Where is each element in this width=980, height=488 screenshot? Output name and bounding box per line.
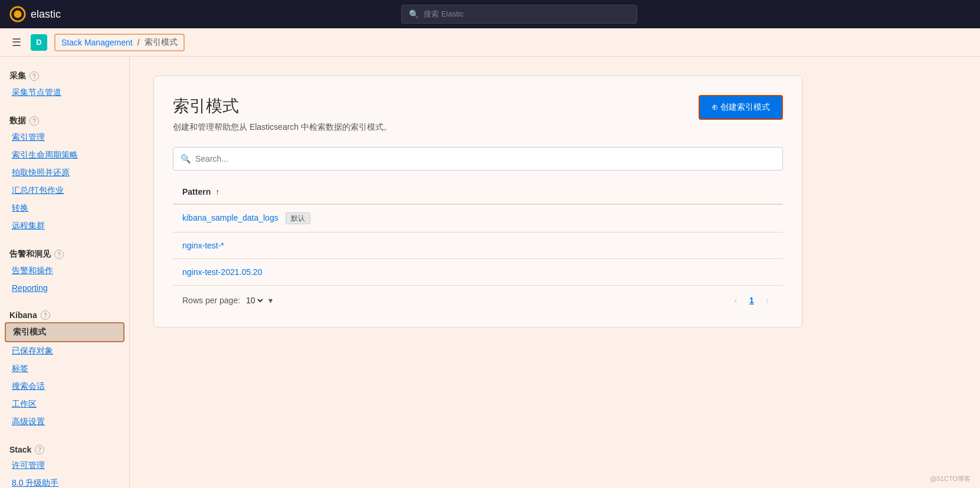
table-cell-pattern: kibana_sample_data_logs 默认	[173, 204, 783, 232]
table-cell-pattern: nginx-test-*	[173, 232, 783, 259]
prev-page-button[interactable]: ‹	[730, 293, 742, 308]
sidebar-section-alerts: 告警和洞见 ? 告警和操作 Reporting	[0, 244, 129, 296]
sidebar-section-title-data: 数据 ?	[0, 111, 129, 129]
menu-toggle-button[interactable]: ☰	[9, 34, 24, 51]
sidebar-item-search-sessions[interactable]: 搜索会话	[0, 378, 129, 395]
sidebar-item-reporting[interactable]: Reporting	[0, 280, 129, 296]
column-header-pattern[interactable]: Pattern ↑	[173, 180, 783, 204]
elastic-logo: elastic	[9, 6, 61, 22]
chevron-down-icon: ▾	[268, 296, 273, 305]
default-badge: 默认	[286, 212, 310, 224]
top-bar: elastic 🔍 搜索 Elastic	[0, 0, 980, 28]
collect-help-icon[interactable]: ?	[30, 71, 39, 81]
sidebar-item-license[interactable]: 许可管理	[0, 457, 129, 474]
rows-per-page-select[interactable]: 10 25 50	[244, 295, 265, 306]
sidebar-item-index-management[interactable]: 索引管理	[0, 129, 129, 146]
table-header: Pattern ↑	[173, 180, 783, 204]
breadcrumb: Stack Management / 索引模式	[54, 34, 185, 51]
breadcrumb-separator: /	[137, 38, 140, 47]
watermark: @51CTO博客	[930, 474, 971, 483]
breadcrumb-current: 索引模式	[145, 37, 178, 48]
sidebar-item-transform[interactable]: 转换	[0, 199, 129, 217]
pagination-bar: Rows per page: 10 25 50 ▾ ‹ 1 ›	[173, 286, 783, 308]
sidebar-section-kibana: Kibana ? 索引模式 已保存对象 标签 搜索会话 工作区 高级设置	[0, 306, 129, 431]
global-search-bar[interactable]: 🔍 搜索 Elastic	[401, 5, 637, 24]
sidebar-item-tags[interactable]: 标签	[0, 360, 129, 378]
search-icon: 🔍	[409, 9, 419, 19]
sidebar-section-title-stack: Stack ?	[0, 440, 129, 457]
sidebar-item-remote-cluster[interactable]: 远程集群	[0, 217, 129, 235]
pagination-controls: ‹ 1 ›	[730, 293, 773, 308]
sidebar-section-title-alerts: 告警和洞见 ?	[0, 244, 129, 262]
table-cell-pattern: nginx-test-2021.05.20	[173, 259, 783, 286]
table-body: kibana_sample_data_logs 默认 nginx-test-* …	[173, 204, 783, 286]
main-layout: 采集 ? 采集节点管道 数据 ? 索引管理 索引生命周期策略 拍取快照并还原 汇…	[0, 57, 980, 488]
table-row: kibana_sample_data_logs 默认	[173, 204, 783, 232]
content-header: 索引模式 创建和管理帮助您从 Elasticsearch 中检索数据的索引模式。…	[173, 95, 783, 133]
sort-arrow-icon: ↑	[215, 187, 219, 196]
data-help-icon[interactable]: ?	[30, 116, 39, 126]
search-container: 🔍	[173, 147, 783, 171]
rows-per-page-label: Rows per page:	[182, 296, 240, 305]
content-title-group: 索引模式 创建和管理帮助您从 Elasticsearch 中检索数据的索引模式。	[173, 95, 392, 133]
breadcrumb-stack-management[interactable]: Stack Management	[61, 38, 133, 47]
sidebar-item-alerts-actions[interactable]: 告警和操作	[0, 262, 129, 280]
next-page-button[interactable]: ›	[761, 293, 773, 308]
sidebar-section-collect: 采集 ? 采集节点管道	[0, 66, 129, 101]
sidebar-section-stack: Stack ? 许可管理 8.0 升级助手	[0, 440, 129, 488]
sidebar-item-workspaces[interactable]: 工作区	[0, 395, 129, 413]
global-search-placeholder: 搜索 Elastic	[424, 9, 464, 19]
elastic-logo-icon	[9, 6, 26, 22]
sidebar-item-snapshot[interactable]: 拍取快照并还原	[0, 164, 129, 182]
stack-help-icon[interactable]: ?	[35, 445, 44, 454]
sidebar-section-data: 数据 ? 索引管理 索引生命周期策略 拍取快照并还原 汇总/打包作业 转换 远程…	[0, 111, 129, 235]
svg-point-1	[14, 10, 21, 18]
table-row: nginx-test-*	[173, 232, 783, 259]
pattern-link-1[interactable]: kibana_sample_data_logs	[182, 213, 278, 222]
sidebar: 采集 ? 采集节点管道 数据 ? 索引管理 索引生命周期策略 拍取快照并还原 汇…	[0, 57, 130, 488]
sidebar-item-rollup[interactable]: 汇总/打包作业	[0, 182, 129, 199]
sidebar-item-saved-objects[interactable]: 已保存对象	[0, 342, 129, 360]
current-page-number[interactable]: 1	[745, 293, 759, 307]
sidebar-item-collect-pipeline[interactable]: 采集节点管道	[0, 84, 129, 101]
sidebar-item-upgrade-assistant[interactable]: 8.0 升级助手	[0, 474, 129, 488]
elastic-logo-text: elastic	[31, 8, 61, 21]
table-row: nginx-test-2021.05.20	[173, 259, 783, 286]
content-area: 索引模式 创建和管理帮助您从 Elasticsearch 中检索数据的索引模式。…	[130, 57, 980, 488]
page-title: 索引模式	[173, 95, 392, 117]
rows-per-page: Rows per page: 10 25 50 ▾	[182, 295, 273, 306]
sidebar-item-ilm[interactable]: 索引生命周期策略	[0, 146, 129, 164]
sidebar-section-title-collect: 采集 ?	[0, 66, 129, 84]
search-icon: 🔍	[181, 154, 191, 163]
sidebar-item-index-patterns[interactable]: 索引模式	[5, 322, 124, 342]
kibana-help-icon[interactable]: ?	[41, 310, 50, 320]
pattern-link-3[interactable]: nginx-test-2021.05.20	[182, 267, 262, 277]
content-panel: 索引模式 创建和管理帮助您从 Elasticsearch 中检索数据的索引模式。…	[153, 76, 802, 327]
page-subtitle: 创建和管理帮助您从 Elasticsearch 中检索数据的索引模式。	[173, 122, 392, 133]
user-avatar: D	[31, 34, 47, 51]
create-index-pattern-button[interactable]: ⊕ 创建索引模式	[699, 95, 783, 120]
index-patterns-table: Pattern ↑ kibana_sample_data_logs 默认	[173, 180, 783, 286]
sidebar-section-title-kibana: Kibana ?	[0, 306, 129, 322]
sidebar-item-advanced-settings[interactable]: 高级设置	[0, 413, 129, 431]
alerts-help-icon[interactable]: ?	[54, 250, 64, 259]
pattern-link-2[interactable]: nginx-test-*	[182, 241, 224, 250]
breadcrumb-bar: ☰ D Stack Management / 索引模式	[0, 28, 980, 57]
search-input[interactable]	[195, 154, 775, 163]
